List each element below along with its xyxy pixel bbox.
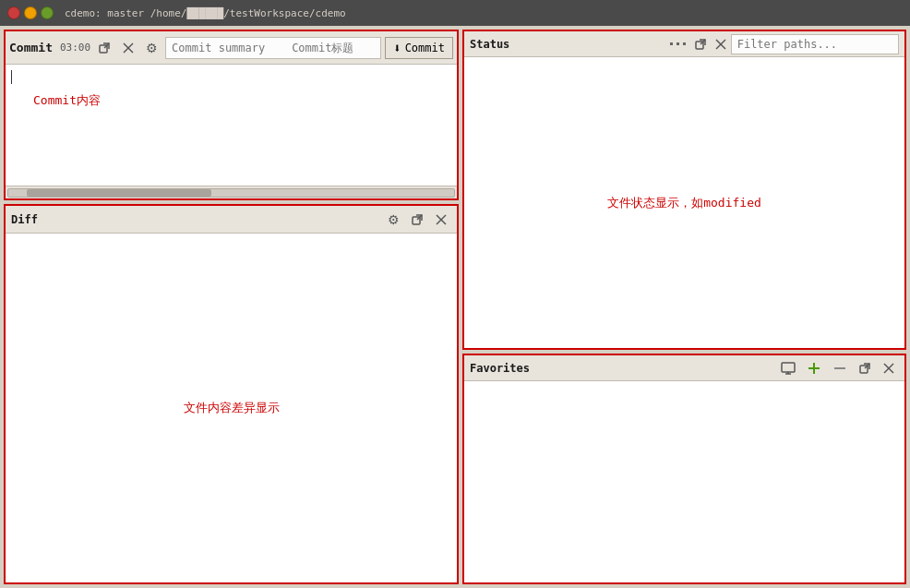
window-controls <box>7 6 54 19</box>
main-area: Commit 03:00 <box>0 26 910 588</box>
status-close-icon <box>714 38 727 51</box>
commit-down-arrow-icon: ⬇ <box>393 41 401 55</box>
minimize-window-btn[interactable] <box>24 6 37 19</box>
diff-content: 文件内容差异显示 <box>6 234 457 582</box>
external-icon <box>98 42 111 54</box>
status-panel-title: Status <box>470 38 509 51</box>
scrollbar-track[interactable] <box>7 188 455 198</box>
status-dots-btn[interactable] <box>665 40 690 48</box>
commit-panel-title: Commit <box>9 41 53 54</box>
diff-gear-btn[interactable]: ⚙ <box>384 210 403 229</box>
commit-close-btn[interactable] <box>118 40 138 56</box>
monitor-icon <box>781 361 796 376</box>
status-external-btn[interactable] <box>690 36 711 53</box>
commit-button-label: Commit <box>405 42 445 54</box>
gear-icon: ⚙ <box>146 41 158 55</box>
commit-content-textarea[interactable] <box>6 65 457 186</box>
plus-icon <box>807 361 821 376</box>
svg-rect-12 <box>782 363 795 372</box>
diff-close-btn[interactable] <box>431 211 451 228</box>
diff-panel-header: Diff ⚙ <box>6 206 457 234</box>
status-placeholder: 文件状态显示，如modified <box>607 195 761 211</box>
commit-time: 03:00 <box>60 42 90 54</box>
maximize-window-btn[interactable] <box>41 6 54 19</box>
favorites-close-icon <box>882 362 895 375</box>
commit-external-btn[interactable] <box>94 40 114 56</box>
commit-summary-input[interactable] <box>165 37 381 59</box>
favorites-monitor-btn[interactable] <box>777 359 799 378</box>
status-close-btn[interactable] <box>711 36 731 53</box>
status-content: 文件状态显示，如modified <box>464 57 904 348</box>
scrollbar-thumb[interactable] <box>27 189 211 197</box>
status-panel: Status <box>462 30 906 350</box>
text-cursor <box>11 70 12 84</box>
left-panel: Commit 03:00 <box>4 30 459 584</box>
close-icon <box>122 42 135 54</box>
close-window-btn[interactable] <box>7 6 20 19</box>
diff-external-icon <box>411 213 424 226</box>
favorites-remove-btn[interactable] <box>829 359 851 378</box>
window-title: cdemo: master /home/██████/testWorkspace… <box>65 7 346 19</box>
commit-button[interactable]: ⬇ Commit <box>385 37 453 59</box>
diff-external-btn[interactable] <box>407 211 427 228</box>
favorites-external-icon <box>858 362 871 375</box>
diff-panel-title: Diff <box>11 213 38 226</box>
diff-close-icon <box>435 213 448 226</box>
commit-panel-header: Commit 03:00 <box>6 31 457 65</box>
status-external-icon <box>694 38 707 51</box>
commit-body: Commit内容 <box>6 65 457 198</box>
diff-panel: Diff ⚙ <box>4 204 459 584</box>
favorites-add-btn[interactable] <box>803 359 825 378</box>
diff-placeholder: 文件内容差异显示 <box>184 400 280 416</box>
commit-gear-btn[interactable]: ⚙ <box>142 39 162 57</box>
favorites-external-btn[interactable] <box>855 360 875 377</box>
right-panel: Status <box>462 30 906 584</box>
favorites-panel-title: Favorites <box>470 362 773 375</box>
status-filter-input[interactable] <box>731 34 899 54</box>
title-bar: cdemo: master /home/██████/testWorkspace… <box>0 0 910 26</box>
favorites-content <box>464 381 904 582</box>
commit-scrollbar[interactable] <box>6 186 457 198</box>
status-panel-header: Status <box>464 31 904 57</box>
favorites-close-btn[interactable] <box>879 360 899 377</box>
favorites-panel: Favorites <box>462 354 906 584</box>
diff-gear-icon: ⚙ <box>388 212 400 227</box>
minus-icon <box>832 361 847 376</box>
commit-panel: Commit 03:00 <box>4 30 459 200</box>
favorites-panel-header: Favorites <box>464 355 904 381</box>
